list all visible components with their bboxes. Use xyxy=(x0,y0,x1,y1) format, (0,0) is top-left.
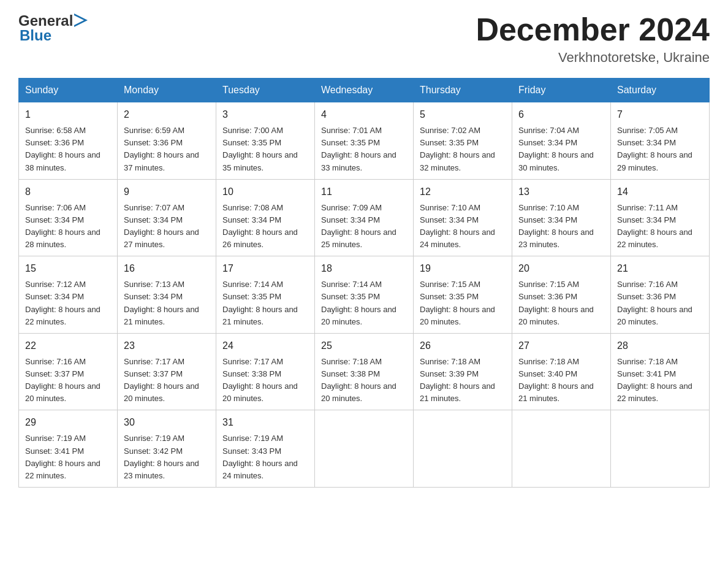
table-row: 8Sunrise: 7:06 AMSunset: 3:34 PMDaylight… xyxy=(19,179,118,256)
day-number: 23 xyxy=(124,339,210,353)
table-row: 29Sunrise: 7:19 AMSunset: 3:41 PMDayligh… xyxy=(19,410,118,488)
day-info: Sunrise: 7:14 AMSunset: 3:35 PMDaylight:… xyxy=(321,280,396,326)
day-info: Sunrise: 7:10 AMSunset: 3:34 PMDaylight:… xyxy=(420,203,495,249)
table-row: 12Sunrise: 7:10 AMSunset: 3:34 PMDayligh… xyxy=(414,179,512,256)
table-row: 15Sunrise: 7:12 AMSunset: 3:34 PMDayligh… xyxy=(19,256,118,334)
table-row: 14Sunrise: 7:11 AMSunset: 3:34 PMDayligh… xyxy=(611,179,710,256)
day-info: Sunrise: 7:18 AMSunset: 3:39 PMDaylight:… xyxy=(420,357,495,403)
day-info: Sunrise: 7:13 AMSunset: 3:34 PMDaylight:… xyxy=(124,280,199,326)
table-row: 7Sunrise: 7:05 AMSunset: 3:34 PMDaylight… xyxy=(611,102,710,180)
table-row: 4Sunrise: 7:01 AMSunset: 3:35 PMDaylight… xyxy=(315,102,414,180)
table-row xyxy=(512,410,611,488)
logo-arrow-icon xyxy=(74,13,91,27)
day-info: Sunrise: 7:01 AMSunset: 3:35 PMDaylight:… xyxy=(321,126,396,172)
table-row xyxy=(315,410,414,488)
day-number: 24 xyxy=(222,339,308,353)
day-number: 3 xyxy=(222,107,308,122)
day-info: Sunrise: 7:19 AMSunset: 3:42 PMDaylight:… xyxy=(124,434,199,480)
table-row: 2Sunrise: 6:59 AMSunset: 3:36 PMDaylight… xyxy=(118,102,216,180)
day-info: Sunrise: 7:00 AMSunset: 3:35 PMDaylight:… xyxy=(222,126,298,172)
day-number: 26 xyxy=(420,339,506,353)
table-row: 30Sunrise: 7:19 AMSunset: 3:42 PMDayligh… xyxy=(118,410,216,488)
location-title: Verkhnotoretske, Ukraine xyxy=(476,50,710,66)
table-row: 26Sunrise: 7:18 AMSunset: 3:39 PMDayligh… xyxy=(414,333,512,410)
day-info: Sunrise: 7:19 AMSunset: 3:43 PMDaylight:… xyxy=(222,434,298,480)
day-number: 19 xyxy=(420,261,506,276)
col-thursday: Thursday xyxy=(414,79,512,102)
day-number: 9 xyxy=(124,185,210,199)
day-number: 27 xyxy=(518,339,604,353)
day-number: 8 xyxy=(25,185,111,199)
month-title: December 2024 xyxy=(476,12,710,47)
day-number: 14 xyxy=(617,185,703,199)
day-number: 5 xyxy=(420,107,506,122)
table-row xyxy=(611,410,710,488)
day-info: Sunrise: 7:07 AMSunset: 3:34 PMDaylight:… xyxy=(124,203,199,249)
day-info: Sunrise: 7:12 AMSunset: 3:34 PMDaylight:… xyxy=(25,280,100,326)
day-info: Sunrise: 7:18 AMSunset: 3:40 PMDaylight:… xyxy=(518,357,594,403)
day-info: Sunrise: 7:17 AMSunset: 3:38 PMDaylight:… xyxy=(222,357,298,403)
calendar-week-row: 15Sunrise: 7:12 AMSunset: 3:34 PMDayligh… xyxy=(19,256,710,334)
table-row: 16Sunrise: 7:13 AMSunset: 3:34 PMDayligh… xyxy=(118,256,216,334)
table-row: 20Sunrise: 7:15 AMSunset: 3:36 PMDayligh… xyxy=(512,256,611,334)
table-row: 1Sunrise: 6:58 AMSunset: 3:36 PMDaylight… xyxy=(19,102,118,180)
day-number: 22 xyxy=(25,339,111,353)
day-number: 4 xyxy=(321,107,407,122)
day-number: 11 xyxy=(321,185,407,199)
day-info: Sunrise: 6:58 AMSunset: 3:36 PMDaylight:… xyxy=(25,126,100,172)
table-row: 3Sunrise: 7:00 AMSunset: 3:35 PMDaylight… xyxy=(216,102,315,180)
day-info: Sunrise: 7:14 AMSunset: 3:35 PMDaylight:… xyxy=(222,280,298,326)
table-row: 25Sunrise: 7:18 AMSunset: 3:38 PMDayligh… xyxy=(315,333,414,410)
day-info: Sunrise: 7:16 AMSunset: 3:37 PMDaylight:… xyxy=(25,357,100,403)
day-info: Sunrise: 7:05 AMSunset: 3:34 PMDaylight:… xyxy=(617,126,692,172)
day-number: 30 xyxy=(124,415,210,430)
day-number: 20 xyxy=(518,261,604,276)
day-info: Sunrise: 7:17 AMSunset: 3:37 PMDaylight:… xyxy=(124,357,199,403)
day-info: Sunrise: 7:08 AMSunset: 3:34 PMDaylight:… xyxy=(222,203,298,249)
day-info: Sunrise: 7:19 AMSunset: 3:41 PMDaylight:… xyxy=(25,434,100,480)
calendar-table: Sunday Monday Tuesday Wednesday Thursday… xyxy=(18,78,710,488)
day-info: Sunrise: 7:04 AMSunset: 3:34 PMDaylight:… xyxy=(518,126,594,172)
day-number: 7 xyxy=(617,107,703,122)
page-header: General Blue December 2024 Verkhnotorets… xyxy=(18,12,710,66)
day-number: 15 xyxy=(25,261,111,276)
calendar-week-row: 8Sunrise: 7:06 AMSunset: 3:34 PMDaylight… xyxy=(19,179,710,256)
table-row: 22Sunrise: 7:16 AMSunset: 3:37 PMDayligh… xyxy=(19,333,118,410)
table-row: 6Sunrise: 7:04 AMSunset: 3:34 PMDaylight… xyxy=(512,102,611,180)
day-number: 10 xyxy=(222,185,308,199)
table-row: 31Sunrise: 7:19 AMSunset: 3:43 PMDayligh… xyxy=(216,410,315,488)
col-monday: Monday xyxy=(118,79,216,102)
table-row: 17Sunrise: 7:14 AMSunset: 3:35 PMDayligh… xyxy=(216,256,315,334)
day-info: Sunrise: 6:59 AMSunset: 3:36 PMDaylight:… xyxy=(124,126,199,172)
title-section: December 2024 Verkhnotoretske, Ukraine xyxy=(476,12,710,66)
day-number: 21 xyxy=(617,261,703,276)
calendar-header-row: Sunday Monday Tuesday Wednesday Thursday… xyxy=(19,79,710,102)
day-info: Sunrise: 7:16 AMSunset: 3:36 PMDaylight:… xyxy=(617,280,692,326)
day-number: 25 xyxy=(321,339,407,353)
logo: General Blue xyxy=(18,12,91,44)
day-info: Sunrise: 7:06 AMSunset: 3:34 PMDaylight:… xyxy=(25,203,100,249)
day-number: 12 xyxy=(420,185,506,199)
col-tuesday: Tuesday xyxy=(216,79,315,102)
table-row: 24Sunrise: 7:17 AMSunset: 3:38 PMDayligh… xyxy=(216,333,315,410)
day-number: 16 xyxy=(124,261,210,276)
table-row: 18Sunrise: 7:14 AMSunset: 3:35 PMDayligh… xyxy=(315,256,414,334)
table-row: 13Sunrise: 7:10 AMSunset: 3:34 PMDayligh… xyxy=(512,179,611,256)
table-row: 9Sunrise: 7:07 AMSunset: 3:34 PMDaylight… xyxy=(118,179,216,256)
col-wednesday: Wednesday xyxy=(315,79,414,102)
day-info: Sunrise: 7:15 AMSunset: 3:35 PMDaylight:… xyxy=(420,280,495,326)
day-info: Sunrise: 7:18 AMSunset: 3:41 PMDaylight:… xyxy=(617,357,692,403)
calendar-week-row: 22Sunrise: 7:16 AMSunset: 3:37 PMDayligh… xyxy=(19,333,710,410)
day-number: 2 xyxy=(124,107,210,122)
table-row: 19Sunrise: 7:15 AMSunset: 3:35 PMDayligh… xyxy=(414,256,512,334)
table-row xyxy=(414,410,512,488)
table-row: 5Sunrise: 7:02 AMSunset: 3:35 PMDaylight… xyxy=(414,102,512,180)
calendar-week-row: 1Sunrise: 6:58 AMSunset: 3:36 PMDaylight… xyxy=(19,102,710,180)
day-number: 13 xyxy=(518,185,604,199)
day-number: 29 xyxy=(25,415,111,430)
day-info: Sunrise: 7:02 AMSunset: 3:35 PMDaylight:… xyxy=(420,126,495,172)
day-info: Sunrise: 7:11 AMSunset: 3:34 PMDaylight:… xyxy=(617,203,692,249)
day-number: 18 xyxy=(321,261,407,276)
table-row: 27Sunrise: 7:18 AMSunset: 3:40 PMDayligh… xyxy=(512,333,611,410)
day-number: 31 xyxy=(222,415,308,430)
